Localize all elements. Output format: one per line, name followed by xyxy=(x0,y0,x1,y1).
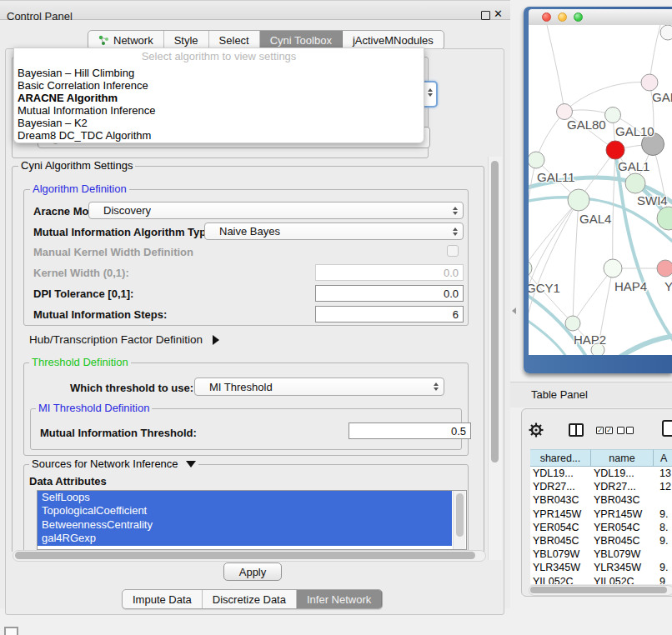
node[interactable] xyxy=(657,260,672,277)
algorithm-definition-title: Algorithm Definition xyxy=(30,183,129,195)
manual-kernel-width-checkbox[interactable] xyxy=(447,245,459,257)
node-selected-red[interactable] xyxy=(606,141,624,159)
checked-checkbox-icon[interactable]: ✓ xyxy=(605,427,613,434)
network-window-titlebar[interactable] xyxy=(529,9,672,26)
tab-jactivemnodules[interactable]: jActiveMNodules xyxy=(343,31,444,49)
node[interactable] xyxy=(568,189,589,211)
float-window-icon[interactable] xyxy=(481,11,490,20)
node[interactable] xyxy=(660,25,672,40)
table-header-row: shared... name A xyxy=(530,449,672,467)
table-row[interactable]: YBR045CYBR045C9. xyxy=(530,534,672,548)
node-label: GAL11 xyxy=(537,170,575,184)
table-row[interactable]: YBR043CYBR043C xyxy=(530,493,672,507)
gear-icon[interactable] xyxy=(529,422,544,438)
close-traffic-light-icon[interactable] xyxy=(542,12,551,22)
table-row[interactable]: YBL079WYBL079W xyxy=(530,548,672,561)
list-item[interactable]: gal4RGexp xyxy=(38,532,452,545)
node[interactable] xyxy=(641,74,658,91)
popup-item[interactable]: Dream8 DC_TDC Algorithm xyxy=(14,129,424,142)
close-icon[interactable]: ✕ xyxy=(494,8,503,20)
node-label: HAP2 xyxy=(574,332,606,347)
collapse-down-icon[interactable] xyxy=(186,461,196,468)
node[interactable] xyxy=(529,260,532,277)
popup-item[interactable]: Bayesian – K2 xyxy=(14,117,424,129)
expand-right-icon[interactable] xyxy=(213,335,219,345)
mi-threshold-field[interactable] xyxy=(349,422,471,439)
popup-item-selected[interactable]: ARACNE Algorithm xyxy=(14,92,424,104)
aracne-mode-combobox[interactable]: Discovery xyxy=(88,202,464,219)
unchecked-checkbox-icon[interactable] xyxy=(617,427,624,434)
minimize-traffic-light-icon[interactable] xyxy=(558,12,567,22)
node-labels: GAL8 GAL80 GAL10 GAL1 GAL11 SWI4 GAL4 GC… xyxy=(529,90,672,347)
which-threshold-label: Which threshold to use: xyxy=(70,382,193,394)
table-horizontal-scrollbar[interactable] xyxy=(529,585,672,596)
mi-threshold-label: Mutual Information Threshold: xyxy=(40,427,197,439)
tab-infer-network[interactable]: Infer Network xyxy=(297,590,382,608)
checked-checkbox-icon[interactable]: ✓ xyxy=(596,427,604,434)
tab-select[interactable]: Select xyxy=(209,31,260,49)
settings-vertical-scrollbar[interactable] xyxy=(488,157,502,560)
algorithm-dropdown-popup: Select algorithm to view settings Bayesi… xyxy=(13,48,424,143)
node-label: GAL4 xyxy=(579,212,611,226)
node-label: GCY1 xyxy=(529,281,560,295)
mi-algorithm-type-combobox[interactable]: Naive Bayes xyxy=(204,222,464,240)
node[interactable] xyxy=(625,173,645,193)
popup-item[interactable]: Bayesian – Hill Climbing xyxy=(14,67,424,79)
split-columns-icon[interactable] xyxy=(569,423,584,437)
tab-style[interactable]: Style xyxy=(164,31,209,49)
table-row[interactable]: YDR27...YDR27...12 xyxy=(530,480,672,493)
control-panel-titlebar[interactable] xyxy=(0,0,510,20)
sources-group-title[interactable]: Sources for Network Inference xyxy=(29,458,198,470)
column-header[interactable]: A xyxy=(654,449,672,467)
network-canvas[interactable]: GAL8 GAL80 GAL10 GAL1 GAL11 SWI4 GAL4 GC… xyxy=(529,25,672,355)
table-row[interactable]: YDL19...YDL19...13 xyxy=(530,467,672,480)
mi-threshold-group-title: MI Threshold Definition xyxy=(36,402,152,414)
kernel-width-label: Kernel Width (0,1): xyxy=(33,267,129,279)
list-item[interactable]: TopologicalCoefficient xyxy=(38,504,452,518)
popup-item[interactable]: Mutual Information Inference xyxy=(14,104,424,117)
data-attributes-list[interactable]: SelfLoops TopologicalCoefficient Between… xyxy=(37,490,467,550)
kernel-width-field[interactable] xyxy=(315,264,464,281)
table-row[interactable]: YLR345WYLR345W9. xyxy=(530,561,672,574)
list-item[interactable]: BetweennessCentrality xyxy=(38,518,452,532)
node-label: GAL8 xyxy=(652,90,672,104)
node[interactable] xyxy=(657,207,672,230)
table-row[interactable]: YIL052CYIL052C9 xyxy=(530,575,672,585)
list-vertical-scrollbar[interactable] xyxy=(453,491,465,549)
popup-item[interactable]: Basic Correlation Inference xyxy=(14,79,424,92)
column-header[interactable]: name xyxy=(591,449,654,467)
minimized-window-icon[interactable] xyxy=(4,627,18,635)
tab-discretize-data[interactable]: Discretize Data xyxy=(203,590,297,608)
divider-collapse-icon[interactable] xyxy=(512,308,516,314)
node[interactable] xyxy=(565,316,580,331)
table-row[interactable]: YER054CYER054C8. xyxy=(530,521,672,534)
tab-cyni-toolbox[interactable]: Cyni Toolbox xyxy=(260,31,343,49)
which-threshold-combobox[interactable]: MI Threshold xyxy=(194,378,444,396)
dpi-tolerance-field[interactable] xyxy=(315,285,464,302)
tab-network[interactable]: Network xyxy=(88,31,164,49)
settings-horizontal-scrollbar[interactable] xyxy=(13,550,486,562)
column-header[interactable]: shared... xyxy=(530,449,591,467)
settings-viewport: Cyni Algorithm Settings Algorithm Defini… xyxy=(11,155,486,552)
tab-impute-data[interactable]: Impute Data xyxy=(123,590,203,608)
node-label: GAL80 xyxy=(567,118,606,132)
table-panel: ✓ ✓ shared... name A YDL19...YDL19...13 … xyxy=(521,408,672,597)
threshold-definition-title: Threshold Definition xyxy=(29,357,131,368)
node[interactable] xyxy=(604,259,622,278)
page-icon[interactable] xyxy=(662,420,672,437)
hub-definition-expander[interactable]: Hub/Transcription Factor Definition xyxy=(29,333,219,346)
node[interactable] xyxy=(605,108,621,123)
list-item[interactable]: SelfLoops xyxy=(38,491,452,504)
bottom-tabs: Impute Data Discretize Data Infer Networ… xyxy=(122,589,383,609)
control-panel-title: Control Panel xyxy=(7,10,73,22)
node-label: SWI4 xyxy=(637,193,668,208)
unchecked-checkbox-icon[interactable] xyxy=(626,427,634,434)
apply-button[interactable]: Apply xyxy=(223,562,282,581)
node-label: GAL10 xyxy=(615,124,654,138)
node[interactable] xyxy=(529,152,544,168)
application-root: Control Panel ✕ Network Style Select Cyn… xyxy=(0,0,672,635)
node-table[interactable]: shared... name A YDL19...YDL19...13 YDR2… xyxy=(530,449,672,584)
mi-steps-field[interactable] xyxy=(315,306,464,322)
table-row[interactable]: YPR145WYPR145W9. xyxy=(530,508,672,521)
zoom-traffic-light-icon[interactable] xyxy=(574,12,583,22)
